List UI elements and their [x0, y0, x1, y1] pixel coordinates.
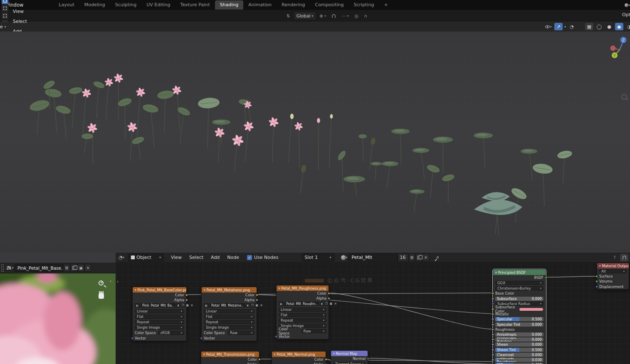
dropdown-widget[interactable]: All▾ — [599, 269, 627, 273]
gizmo-x-axis[interactable] — [610, 46, 616, 51]
editor-type-dropdown[interactable]: ◔▾ — [117, 254, 126, 261]
tab-layout[interactable]: Layout — [54, 0, 79, 10]
plant-lilypad[interactable] — [410, 189, 425, 212]
tab-uv-editing[interactable]: UV Editing — [141, 0, 175, 10]
tab-animation[interactable]: Animation — [243, 0, 277, 10]
node-row-flat[interactable]: Flat▾ — [133, 314, 186, 319]
node-principled-bsdf[interactable]: ▾Principled BSDFBSDFGGX▾Christensen-Burl… — [493, 269, 546, 364]
input-socket[interactable] — [492, 313, 494, 315]
shading-solid-button[interactable]: ● — [605, 23, 613, 30]
proportional-editing-toggle[interactable]: ◎ — [352, 12, 361, 20]
node-row-anisotropic-rotation[interactable]: Anisotropic Rotation0.000 — [493, 337, 546, 342]
fake-user-button[interactable]: ◖ — [176, 303, 180, 307]
plant-leaf[interactable] — [93, 80, 106, 118]
node-tex-basecolor[interactable]: ▾Pink_Petal_Mlt_BaseColor.pngColorAlphaP… — [132, 287, 187, 341]
select-mode-extend[interactable] — [1, 5, 9, 12]
node-tex-transmission[interactable]: ▾Petal_Mlt_Transmission.pngColorAlpha — [201, 351, 259, 364]
fake-user-button[interactable]: ◖ — [246, 303, 250, 307]
copy-button[interactable]: ❐ — [324, 302, 328, 306]
gizmo-toggle[interactable]: ↗ — [554, 23, 563, 30]
editor-grip-icon[interactable] — [1, 264, 4, 272]
node-row-linear[interactable]: Linear▾ — [133, 308, 186, 314]
shader-type-dropdown[interactable]: Object ▾ — [128, 253, 164, 261]
node-material-output[interactable]: ▾Material OutputAll▾SurfaceVolumeDisplac… — [597, 263, 629, 290]
shading-wireframe-button[interactable]: ◯ — [595, 23, 603, 30]
input-socket[interactable] — [492, 298, 494, 300]
node-row-petal-mlt-roughn-[interactable]: Petal_Mlt_Roughn..◖❐▣✕ — [277, 301, 329, 307]
dropdown-widget[interactable]: Flat▾ — [135, 315, 184, 319]
node-header[interactable]: ▾Pink_Petal_Mlt_BaseColor.png — [133, 287, 186, 293]
node-row-color-space[interactable]: Color SpacesRGB▾ — [133, 330, 186, 336]
node-toolbar-expand-arrow[interactable]: › — [117, 279, 119, 284]
parent-node-tree-button[interactable]: ↑ — [613, 255, 617, 261]
image-name-field[interactable]: Petal_Mlt_Roughn.. — [284, 302, 319, 306]
proportional-falloff-dropdown[interactable]: ∩ — [362, 12, 370, 20]
node-row-linear[interactable]: Linear▾ — [202, 308, 257, 314]
image-sidebar-collapse-arrow[interactable]: ‹ — [110, 279, 111, 283]
slider-widget[interactable]: Specular0.500 — [495, 317, 544, 321]
slider-widget[interactable]: Sheen0.000 — [495, 342, 544, 347]
node-row-sheen-tint[interactable]: Sheen Tint0.500 — [493, 347, 546, 352]
plant-lilypad[interactable] — [343, 176, 365, 196]
xray-toggle[interactable]: ▦ — [585, 23, 593, 30]
visibility-dropdown[interactable]: ▾ — [544, 23, 553, 30]
dropdown-widget[interactable]: Flat▾ — [279, 313, 326, 317]
input-socket[interactable] — [492, 359, 494, 361]
output-socket[interactable] — [185, 299, 188, 301]
use-nodes-toggle[interactable]: ✓ Use Nodes — [247, 255, 279, 260]
viewport-menu-select[interactable]: Select — [9, 17, 32, 27]
plant-leaf[interactable] — [69, 86, 83, 128]
copy-button[interactable]: ❐ — [181, 303, 185, 307]
tab-compositing[interactable]: Compositing — [310, 0, 349, 10]
node-row-all[interactable]: All▾ — [597, 268, 629, 274]
slot-dropdown[interactable]: Slot 1 ▾ — [302, 253, 334, 261]
viewport-3d[interactable]: ZY — [0, 32, 630, 253]
input-socket[interactable] — [275, 335, 277, 338]
node-snapping-button[interactable] — [620, 254, 628, 261]
input-socket[interactable] — [131, 337, 133, 339]
node-row-specular-tint[interactable]: Specular Tint0.000 — [493, 322, 546, 327]
plant-leaf[interactable] — [336, 150, 347, 193]
node-row-tangent-space[interactable]: Tangent Space▾ — [331, 361, 368, 364]
plant-leaf[interactable] — [29, 98, 50, 135]
dropdown-widget[interactable]: GGX▾ — [495, 281, 544, 285]
input-socket[interactable] — [492, 349, 494, 351]
image-zoom-button[interactable] — [96, 278, 106, 288]
node-tex-roughness[interactable]: ▾Petal_Mlt_Roughness.pngColorAlphaPetal_… — [276, 285, 329, 339]
tab-modeling[interactable]: Modeling — [79, 0, 110, 10]
plant-flower[interactable] — [136, 87, 145, 139]
node-row-repeat[interactable]: Repeat▾ — [277, 317, 329, 323]
select-mode-subtract[interactable] — [1, 12, 9, 20]
mode-dropdown[interactable]: e ▾ — [0, 22, 9, 31]
pin-button[interactable] — [434, 254, 442, 261]
node-header[interactable]: ▾Normal Map — [331, 351, 368, 356]
node-row-repeat[interactable]: Repeat▾ — [133, 319, 186, 325]
new-material-button[interactable] — [415, 253, 422, 261]
new-image-button[interactable] — [70, 264, 77, 272]
input-socket[interactable] — [492, 292, 494, 295]
node-header[interactable]: ▾Petal_Mlt_Roughness.png — [277, 285, 329, 291]
output-socket[interactable] — [256, 294, 258, 296]
transform-orientation-dropdown[interactable]: Global ▾ — [294, 12, 316, 20]
plant-leaf[interactable] — [117, 97, 132, 140]
shading-material-button[interactable]: ◉ — [615, 23, 623, 30]
slider-widget[interactable]: Specular Tint0.000 — [495, 322, 544, 327]
node-row-flat[interactable]: Flat▾ — [202, 314, 257, 319]
image-browse-button[interactable] — [135, 303, 140, 307]
plant-lilypad[interactable] — [371, 162, 382, 180]
slider-widget[interactable]: Sheen Tint0.500 — [495, 348, 544, 352]
pack-button[interactable]: ▣ — [255, 303, 259, 307]
snapping-toggle[interactable] — [329, 12, 338, 20]
node-normal-map[interactable]: ▾Normal MapNormalTangent Space▾ — [331, 350, 368, 364]
slider-widget[interactable]: Clearcoat0.000 — [495, 353, 544, 357]
node-row-linear[interactable]: Linear▾ — [277, 307, 329, 312]
plant-lilypad[interactable] — [474, 133, 493, 169]
unlink-button[interactable]: ✕ — [190, 303, 194, 307]
shader-menu-select[interactable]: Select — [185, 253, 207, 263]
dropdown-widget[interactable]: Repeat▾ — [279, 318, 326, 322]
plant-leaf[interactable] — [426, 163, 440, 198]
snapping-dropdown[interactable]: ⋯ ▾ — [339, 12, 351, 20]
input-socket[interactable] — [492, 323, 494, 326]
image-fake-user-button[interactable] — [63, 264, 70, 272]
plant-leaf[interactable] — [142, 103, 159, 148]
